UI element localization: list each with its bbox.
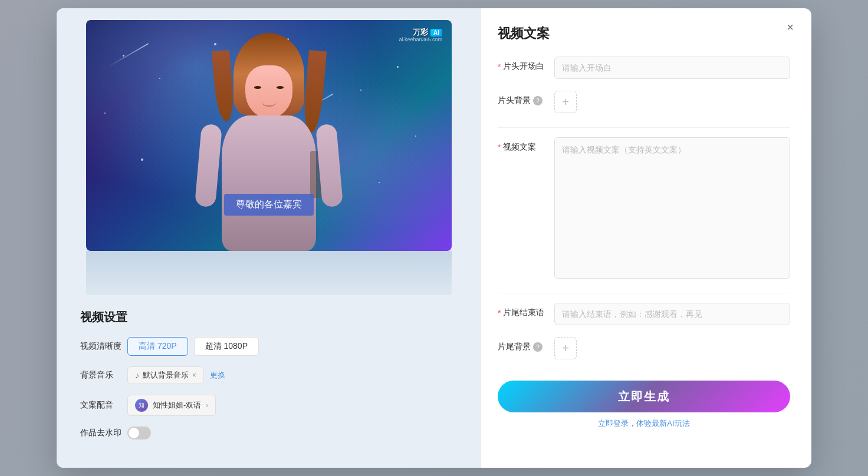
ending-required-star: * xyxy=(498,308,501,318)
video-caption: 尊敬的各位嘉宾 xyxy=(224,194,314,216)
bg-end-add-button[interactable]: + xyxy=(554,337,577,359)
bg-start-add-button[interactable]: + xyxy=(554,91,577,113)
login-hint: 立即登录，体验最新AI玩法 xyxy=(498,418,790,429)
opening-label-text: 片头开场白 xyxy=(503,61,544,72)
quality-label: 视频清晰度 xyxy=(80,341,127,352)
bg-start-label-text: 片头背景 xyxy=(498,95,531,106)
voice-avatar: 知 xyxy=(135,399,148,412)
preview-bottom-area xyxy=(86,251,452,295)
opening-label: * 片头开场白 xyxy=(498,57,545,72)
music-row: 背景音乐 ♪ 默认背景音乐 × 更换 xyxy=(80,366,458,384)
content-label: * 视频文案 xyxy=(498,137,545,153)
modal-container: × xyxy=(57,8,811,468)
ending-input[interactable] xyxy=(554,303,790,325)
avatar-figure xyxy=(204,33,334,251)
quality-1080p-button[interactable]: 超清 1080P xyxy=(194,337,259,356)
divider xyxy=(498,127,790,128)
settings-section: 视频设置 视频清晰度 高清 720P 超清 1080P 背景音乐 ♪ xyxy=(74,309,463,450)
login-link[interactable]: 立即登录，体验最新AI玩法 xyxy=(598,419,689,428)
watermark-toggle[interactable] xyxy=(127,427,151,439)
ending-row: * 片尾结束语 xyxy=(498,303,790,325)
opening-input[interactable] xyxy=(554,57,790,79)
bg-end-help-icon[interactable]: ? xyxy=(533,342,542,352)
bg-start-help-icon[interactable]: ? xyxy=(533,96,542,105)
voice-name: 知性姐姐-双语 xyxy=(153,400,201,411)
voice-label: 文案配音 xyxy=(80,400,127,411)
music-label: 背景音乐 xyxy=(80,370,127,381)
bg-start-label: 片头背景 ? xyxy=(498,91,545,106)
left-panel: 万彩 AI ai.keehan365.com xyxy=(57,8,481,468)
right-panel: 视频文案 * 片头开场白 片头背景 ? + xyxy=(481,8,811,468)
brand-ai-badge: AI xyxy=(430,29,442,37)
voice-selector[interactable]: 知 知性姐姐-双语 › xyxy=(127,395,216,416)
watermark-row: 作品去水印 xyxy=(80,427,458,439)
watermark-label: 作品去水印 xyxy=(80,428,127,438)
opening-required-star: * xyxy=(498,62,501,71)
music-tag: ♪ 默认背景音乐 × xyxy=(127,366,204,384)
content-required-star: * xyxy=(498,143,501,152)
music-change-button[interactable]: 更换 xyxy=(210,370,225,381)
close-button[interactable]: × xyxy=(781,18,800,37)
ending-label-text: 片尾结束语 xyxy=(503,308,544,318)
voice-chevron-icon: › xyxy=(206,401,208,409)
content-textarea[interactable] xyxy=(554,137,790,279)
bg-end-label-text: 片尾背景 xyxy=(498,342,531,352)
quality-row: 视频清晰度 高清 720P 超清 1080P xyxy=(80,337,458,356)
quality-720p-button[interactable]: 高清 720P xyxy=(127,337,188,356)
music-default-text: 默认背景音乐 xyxy=(143,370,189,381)
bg-start-row: 片头背景 ? + xyxy=(498,91,790,113)
quality-options: 高清 720P 超清 1080P xyxy=(127,337,458,356)
panel-title: 视频文案 xyxy=(498,25,790,42)
music-remove-button[interactable]: × xyxy=(192,371,196,379)
divider-2 xyxy=(498,293,790,293)
avatar-hair-left xyxy=(212,50,235,122)
opening-row: * 片头开场白 xyxy=(498,57,790,79)
content-row: * 视频文案 xyxy=(498,137,790,279)
music-content: ♪ 默认背景音乐 × 更换 xyxy=(127,366,458,384)
bg-end-row: 片尾背景 ? + xyxy=(498,337,790,359)
settings-title: 视频设置 xyxy=(80,309,458,325)
avatar-body xyxy=(222,115,316,251)
content-label-text: 视频文案 xyxy=(503,142,536,153)
bg-end-label: 片尾背景 ? xyxy=(498,337,545,352)
music-icon: ♪ xyxy=(135,371,139,380)
avatar-face xyxy=(245,65,292,118)
voice-row: 文案配音 知 知性姐姐-双语 › xyxy=(80,395,458,416)
brand-url: ai.keehan365.com xyxy=(399,37,442,42)
voice-content: 知 知性姐姐-双语 › xyxy=(127,395,458,416)
generate-button[interactable]: 立即生成 xyxy=(498,381,790,412)
watermark-content xyxy=(127,427,458,439)
video-preview: 万彩 AI ai.keehan365.com xyxy=(86,20,452,251)
avatar-hair-right xyxy=(302,50,327,134)
ending-label: * 片尾结束语 xyxy=(498,303,545,318)
modal-overlay: × xyxy=(0,0,868,476)
